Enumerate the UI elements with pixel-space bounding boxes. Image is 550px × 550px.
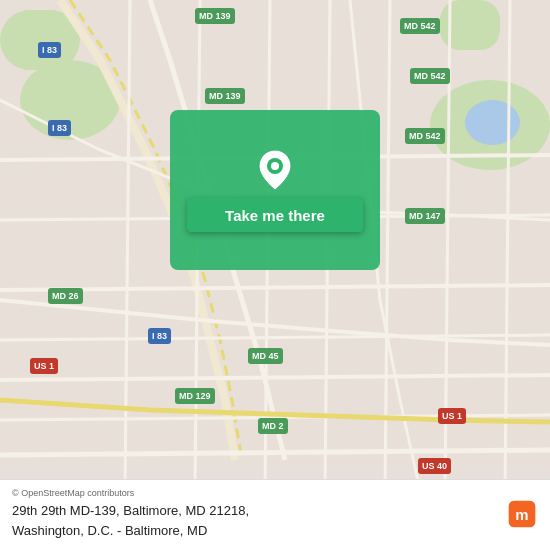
location-pin [256, 148, 294, 186]
address-line2: Washington, D.C. - Baltimore, MD [12, 522, 506, 540]
info-bar: © OpenStreetMap contributors 29th 29th M… [0, 479, 550, 550]
moovit-logo: m [506, 498, 538, 530]
badge-md542-1: MD 542 [400, 18, 440, 34]
badge-i83-top: I 83 [38, 42, 61, 58]
svg-text:m: m [515, 506, 528, 523]
osm-attribution: © OpenStreetMap contributors [12, 488, 506, 498]
badge-md45: MD 45 [248, 348, 283, 364]
badge-md26: MD 26 [48, 288, 83, 304]
take-me-there-button[interactable]: Take me there [187, 198, 363, 232]
address-section: © OpenStreetMap contributors 29th 29th M… [12, 488, 506, 540]
badge-md147: MD 147 [405, 208, 445, 224]
svg-point-15 [271, 162, 279, 170]
badge-md2: MD 2 [258, 418, 288, 434]
card-content: Take me there [170, 110, 380, 270]
badge-md139-top: MD 139 [195, 8, 235, 24]
badge-md139-mid: MD 139 [205, 88, 245, 104]
badge-md129: MD 129 [175, 388, 215, 404]
badge-us1-left: US 1 [30, 358, 58, 374]
moovit-icon-svg: m [506, 498, 538, 530]
map-container: I 83 MD 139 MD 542 MD 542 MD 139 MD 542 … [0, 0, 550, 550]
badge-md542-2: MD 542 [410, 68, 450, 84]
button-label: Take me there [225, 207, 325, 224]
badge-md542-3: MD 542 [405, 128, 445, 144]
svg-line-6 [0, 450, 550, 455]
badge-i83-bottom: I 83 [148, 328, 171, 344]
svg-line-4 [0, 375, 550, 380]
badge-i83-mid: I 83 [48, 120, 71, 136]
address-line1: 29th 29th MD-139, Baltimore, MD 21218, [12, 502, 506, 520]
badge-us1-bottom: US 1 [438, 408, 466, 424]
badge-us40: US 40 [418, 458, 451, 474]
map-background: I 83 MD 139 MD 542 MD 542 MD 139 MD 542 … [0, 0, 550, 550]
svg-line-7 [125, 0, 130, 490]
